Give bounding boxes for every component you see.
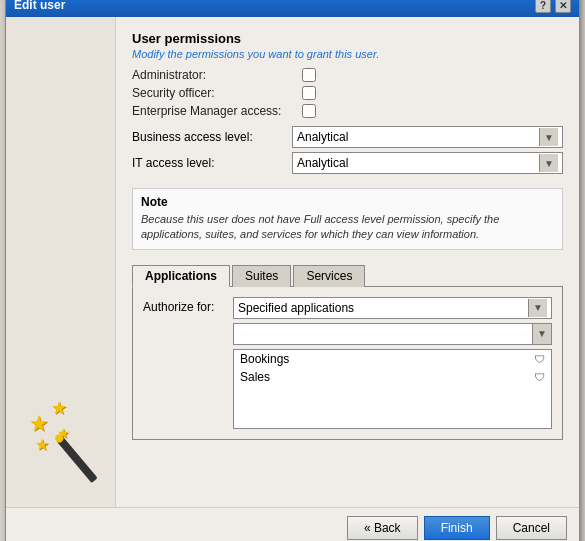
list-item[interactable]: Sales 🛡	[234, 368, 551, 386]
tab-suites[interactable]: Suites	[232, 265, 291, 287]
note-text: Because this user does not have Full acc…	[141, 212, 554, 243]
administrator-checkbox[interactable]	[302, 68, 316, 82]
security-officer-row: Security officer:	[132, 86, 563, 100]
business-access-arrow: ▼	[539, 128, 558, 146]
title-bar-buttons: ? ✕	[535, 0, 571, 13]
it-access-dropdown[interactable]: Analytical ▼	[292, 152, 563, 174]
list-item-name: Bookings	[240, 352, 289, 366]
tabs-row: Applications Suites Services	[132, 264, 563, 287]
permissions-section: User permissions Modify the permissions …	[132, 31, 563, 178]
authorize-label: Authorize for:	[143, 297, 223, 314]
enterprise-manager-checkbox[interactable]	[302, 104, 316, 118]
business-access-label: Business access level:	[132, 130, 292, 144]
authorize-secondary-arrow: ▼	[532, 324, 551, 344]
tabs-container: Applications Suites Services Authorize f…	[132, 264, 563, 440]
list-item-name: Sales	[240, 370, 270, 384]
authorize-dropdown-arrow: ▼	[528, 299, 547, 317]
cancel-button[interactable]: Cancel	[496, 516, 567, 540]
help-button[interactable]: ?	[535, 0, 551, 13]
it-access-row: IT access level: Analytical ▼	[132, 152, 563, 174]
close-button[interactable]: ✕	[555, 0, 571, 13]
authorize-secondary-dropdown[interactable]: ▼	[233, 323, 552, 345]
back-button[interactable]: « Back	[347, 516, 418, 540]
it-access-arrow: ▼	[539, 154, 558, 172]
it-access-value: Analytical	[297, 156, 348, 170]
edit-user-dialog: Edit user ? ✕ ★ ★ ★ ★ User permissions M…	[5, 0, 580, 541]
security-officer-label: Security officer:	[132, 86, 302, 100]
section-subtitle: Modify the permissions you want to grant…	[132, 48, 563, 60]
list-item[interactable]: Bookings 🛡	[234, 350, 551, 368]
finish-button[interactable]: Finish	[424, 516, 490, 540]
footer: « Back Finish Cancel	[6, 507, 579, 541]
left-panel: ★ ★ ★ ★	[6, 17, 116, 507]
note-section: Note Because this user does not have Ful…	[132, 188, 563, 250]
dialog-title: Edit user	[14, 0, 65, 12]
tab-services[interactable]: Services	[293, 265, 365, 287]
dialog-body: ★ ★ ★ ★ User permissions Modify the perm…	[6, 17, 579, 507]
list-item-remove-icon-0[interactable]: 🛡	[534, 353, 545, 365]
title-bar: Edit user ? ✕	[6, 0, 579, 17]
authorize-row: Authorize for: Specified applications ▼ …	[143, 297, 552, 429]
applications-list: Bookings 🛡 Sales 🛡	[233, 349, 552, 429]
star-icon-2: ★	[29, 411, 49, 437]
authorize-value: Specified applications	[238, 301, 354, 315]
tab-content-applications: Authorize for: Specified applications ▼ …	[132, 287, 563, 440]
authorize-controls: Specified applications ▼ ▼ Bookings	[233, 297, 552, 429]
right-panel: User permissions Modify the permissions …	[116, 17, 579, 507]
administrator-row: Administrator:	[132, 68, 563, 82]
wizard-wand-icon: ★ ★ ★ ★	[21, 397, 101, 487]
administrator-label: Administrator:	[132, 68, 302, 82]
wand-icon	[56, 436, 97, 483]
business-access-dropdown[interactable]: Analytical ▼	[292, 126, 563, 148]
it-access-label: IT access level:	[132, 156, 292, 170]
list-item-remove-icon-1[interactable]: 🛡	[534, 371, 545, 383]
business-access-value: Analytical	[297, 130, 348, 144]
enterprise-manager-row: Enterprise Manager access:	[132, 104, 563, 118]
star-icon-1: ★	[51, 397, 67, 419]
authorize-dropdown[interactable]: Specified applications ▼	[233, 297, 552, 319]
note-title: Note	[141, 195, 554, 209]
security-officer-checkbox[interactable]	[302, 86, 316, 100]
star-icon-4: ★	[35, 435, 49, 454]
business-access-row: Business access level: Analytical ▼	[132, 126, 563, 148]
enterprise-manager-label: Enterprise Manager access:	[132, 104, 302, 118]
tab-applications[interactable]: Applications	[132, 265, 230, 287]
section-title: User permissions	[132, 31, 563, 46]
